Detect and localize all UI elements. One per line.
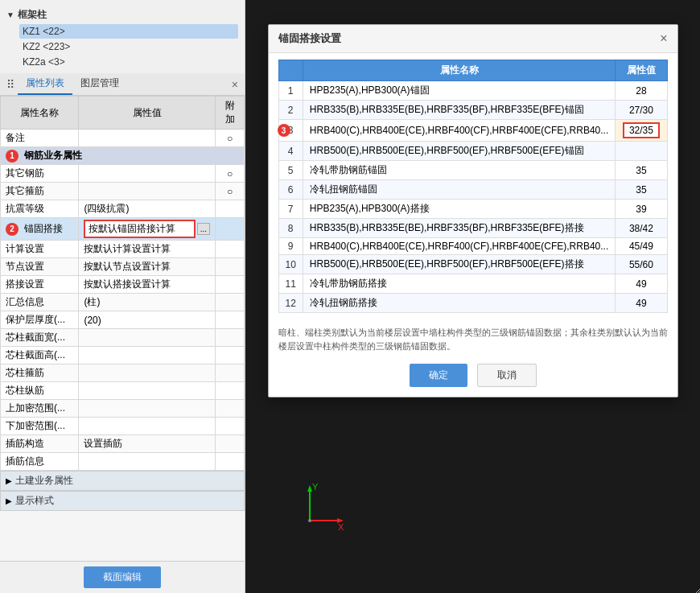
row-value-selected: 32/35 [616,120,667,142]
row-value: 39 [616,200,667,219]
prop-value[interactable]: 按默认计算设置计算 [79,241,216,258]
prop-value[interactable]: (20) [79,311,216,329]
table-row: 抗震等级 (四级抗震) [1,200,245,218]
dialog-footer: 确定 取消 [269,357,677,397]
cancel-button[interactable]: 取消 [477,364,537,387]
section-civil[interactable]: ▶ 土建业务属性 [0,471,245,491]
row-value: 27/30 [616,101,667,120]
prop-extra [216,218,245,241]
row-name: HPB235(A),HPB300(A)锚固 [303,81,615,101]
dialog-table-row[interactable]: 1 HPB235(A),HPB300(A)锚固 28 [278,81,667,101]
prop-value[interactable] [79,382,216,400]
row-value: 45/49 [616,238,667,255]
row-value: 49 [616,274,667,294]
prop-value[interactable] [79,400,216,418]
prop-name: 汇总信息 [1,294,79,311]
row-value: 55/60 [616,255,667,274]
prop-extra [216,200,245,218]
group-header-cell: 1 钢筋业务属性 [1,147,245,165]
dialog-close-button[interactable]: × [660,31,667,46]
badge-2: 2 [6,223,19,236]
dialog-table-row[interactable]: 5 冷轧带肋钢筋锚固 35 [278,161,667,180]
prop-value[interactable] [79,347,216,364]
prop-value[interactable]: (四级抗震) [79,200,216,218]
row-num: 5 [278,161,303,180]
table-row: 芯柱截面宽(... [1,329,245,347]
section-display[interactable]: ▶ 显示样式 [0,491,245,511]
prop-value[interactable] [79,364,216,382]
prop-value[interactable] [79,418,216,435]
tree-item-kz2a[interactable]: KZ2a <3> [19,55,238,69]
prop-name: 芯柱截面宽(... [1,329,79,347]
badge-3: 3 [278,124,290,137]
svg-point-9 [308,519,311,522]
prop-extra [216,241,245,258]
dialog-table-row[interactable]: 9 HRB400(C),HRB400E(CE),HRBF400(CF),HRBF… [278,238,667,255]
resize-handle[interactable] [694,587,700,593]
prop-value-anchor[interactable]: 按默认锚固搭接计算 ... [79,218,216,241]
row-num: 10 [278,255,303,274]
dialog-table-row[interactable]: 8 HRB335(B),HRB335E(BE),HRBF335(BF),HRBF… [278,219,667,238]
tree-item-kz1[interactable]: KZ1 <22> [19,24,238,39]
table-row: 芯柱截面高(... [1,347,245,364]
prop-value[interactable]: 按默认节点设置计算 [79,258,216,276]
prop-name: 其它钢筋 [1,165,79,183]
prop-extra [216,276,245,294]
row-num: 1 [278,81,303,101]
dialog-table-row[interactable]: 11 冷轧带肋钢筋搭接 49 [278,274,667,294]
dialog-table-row-selected[interactable]: 3 3 HRB400(C),HRB400E(CE),HRBF400(CF),HR… [278,120,667,142]
anchor-value-container: 按默认锚固搭接计算 ... [84,220,210,238]
panel-grip-icon[interactable]: ⠿ [6,78,14,91]
anchor-value-text: 按默认锚固搭接计算 [84,220,195,238]
tab-layer-management[interactable]: 图层管理 [72,73,127,95]
tree-header-label: 框架柱 [18,8,47,22]
tree-expand-icon: ▼ [6,10,14,19]
row-num: 4 [278,142,303,161]
dialog-table-row[interactable]: 6 冷轧扭钢筋锚固 35 [278,180,667,200]
table-row: 汇总信息 (柱) [1,294,245,311]
row-value: 38/42 [616,219,667,238]
tree-item-kz2[interactable]: KZ2 <223> [19,39,238,54]
anchor-value-btn[interactable]: ... [197,223,210,235]
prop-value[interactable]: (柱) [79,294,216,311]
prop-value[interactable]: 设置插筋 [79,435,216,453]
table-row: 下加密范围(... [1,418,245,435]
row-name: HRB500(E),HRB500E(EE),HRBF500(EF),HRBF50… [303,142,615,161]
dialog-table-row[interactable]: 7 HPB235(A),HPB300(A)搭接 39 [278,200,667,219]
dialog-table-row[interactable]: 4 HRB500(E),HRB500E(EE),HRBF500(EF),HRBF… [278,142,667,161]
property-table: 属性名称 属性值 附加 备注 ○ 1 钢筋业务属性 [0,96,245,471]
confirm-button[interactable]: 确定 [410,364,467,387]
row-num: 7 [278,200,303,219]
prop-extra [216,258,245,276]
sidebar-tree: ▼ 框架柱 KZ1 <22> KZ2 <223> KZ2a <3> [0,0,245,73]
prop-value[interactable] [79,130,216,147]
row-value: 49 [616,294,667,313]
row-name: HRB335(B),HRB335E(BE),HRBF335(BF),HRBF33… [303,101,615,120]
prop-value[interactable] [79,165,216,183]
tab-property-list[interactable]: 属性列表 [18,73,72,95]
prop-value[interactable] [79,183,216,200]
dialog-table-row[interactable]: 2 HRB335(B),HRB335E(BE),HRBF335(BF),HRBF… [278,101,667,120]
row-value [616,142,667,161]
prop-name: 抗震等级 [1,200,79,218]
row-name: 冷轧扭钢筋锚固 [303,180,615,200]
dialog-table-row[interactable]: 12 冷轧扭钢筋搭接 49 [278,294,667,313]
badge-1: 1 [6,150,19,163]
prop-value[interactable]: 按默认搭接设置计算 [79,276,216,294]
panel-close-icon[interactable]: × [232,78,238,91]
section-display-expand-icon: ▶ [6,496,12,505]
dialog-table-row[interactable]: 10 HRB500(E),HRB500E(EE),HRBF500(EF),HRB… [278,255,667,274]
table-row-group[interactable]: 1 钢筋业务属性 [1,147,245,165]
selected-value: 32/35 [623,122,660,138]
prop-value[interactable] [79,329,216,347]
prop-name: 上加密范围(... [1,400,79,418]
dialog-header: 锚固搭接设置 × [269,25,677,53]
dialog-body: 属性名称 属性值 1 HPB235(A),HPB300(A)锚固 28 2 HR… [269,53,677,319]
col-value-header: 属性值 [616,60,667,81]
prop-name: 芯柱箍筋 [1,364,79,382]
col-num-header [278,60,303,81]
prop-value[interactable] [79,453,216,471]
section-edit-button[interactable]: 截面编辑 [84,566,161,588]
prop-name: 备注 [1,130,79,147]
row-value: 35 [616,161,667,180]
